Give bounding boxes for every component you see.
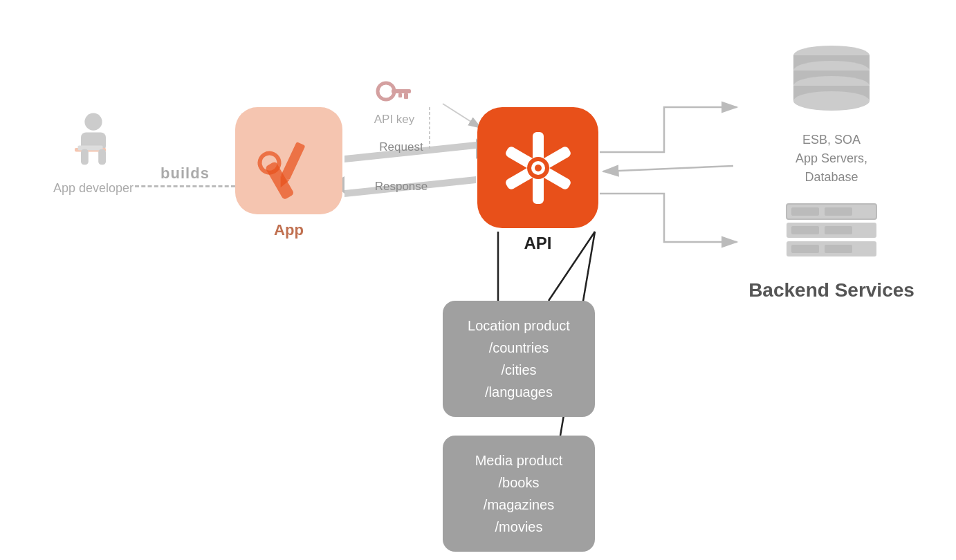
server-icon [783,200,880,263]
api-key-label: API key [374,113,415,127]
database-icon [783,41,880,118]
media-product-line4: /movies [463,516,574,538]
svg-rect-27 [392,89,411,93]
diagram-container: Request Response App developer builds [0,0,956,560]
svg-rect-45 [791,207,819,216]
svg-point-42 [793,91,870,111]
builds-label: builds [160,165,210,183]
api-icon [477,107,598,228]
svg-rect-51 [791,245,819,253]
builds-section: builds [135,165,235,187]
location-product-box: Location product /countries /cities /lan… [443,301,595,417]
svg-rect-49 [825,226,852,234]
backend-section: ESB, SOA App Servers, Database Backend S… [742,41,921,301]
builds-dashed-line [135,185,235,187]
svg-rect-24 [280,141,305,180]
svg-rect-29 [398,93,402,97]
app-label: App [235,221,342,239]
svg-point-16 [84,113,102,131]
svg-rect-52 [825,245,852,253]
location-product-line2: /countries [463,337,574,359]
svg-rect-46 [825,207,852,216]
media-product-box: Media product /books /magazines /movies [443,436,595,552]
tools-icon [248,120,331,203]
app-icon [235,107,342,214]
api-key-icon [374,76,415,107]
api-label: API [477,234,598,253]
svg-point-35 [535,165,542,171]
svg-text:Response: Response [375,180,428,193]
svg-line-9 [603,166,733,171]
svg-rect-20 [81,149,89,165]
backend-esb-label: ESB, SOA App Servers, Database [742,131,921,187]
svg-rect-19 [78,145,103,150]
svg-line-0 [443,104,481,128]
person-icon [66,111,121,173]
api-icon-container: API [477,107,598,253]
app-icon-container: App [235,107,342,239]
svg-rect-21 [98,149,106,165]
svg-rect-48 [791,226,819,234]
svg-marker-7 [344,176,476,197]
media-product-line3: /magazines [463,494,574,516]
svg-marker-5 [344,142,476,162]
media-product-line2: /books [463,472,574,494]
svg-text:Request: Request [379,140,423,153]
media-product-line1: Media product [463,449,574,472]
location-product-line4: /languages [463,381,574,403]
location-product-line1: Location product [463,315,574,337]
svg-rect-28 [404,93,408,99]
location-product-line3: /cities [463,359,574,381]
api-gear-icon [493,123,583,213]
api-key-container: API key [374,76,415,127]
backend-services-label: Backend Services [742,279,921,301]
